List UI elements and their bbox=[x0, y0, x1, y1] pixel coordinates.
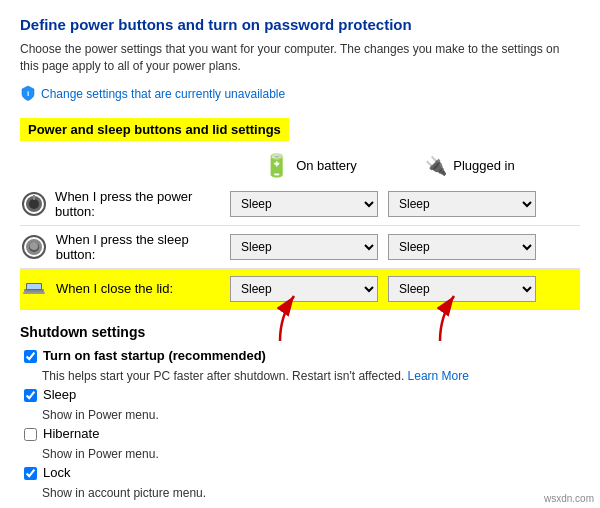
settings-rows: When I press the power button: SleepDo n… bbox=[20, 183, 580, 310]
lid-label: When I close the lid: bbox=[20, 275, 230, 303]
plugged-in-header: 🔌 Plugged in bbox=[390, 155, 550, 177]
power-button-dropdowns: SleepDo nothingHibernateShut downTurn of… bbox=[230, 191, 536, 217]
sleep-label: Sleep bbox=[43, 387, 76, 402]
hibernate-row: Hibernate Show in Power menu. bbox=[20, 426, 580, 461]
svg-rect-10 bbox=[27, 284, 41, 289]
sleep-battery-select[interactable]: SleepDo nothingHibernateShut down bbox=[230, 234, 378, 260]
svg-text:i: i bbox=[27, 89, 29, 98]
power-button-row: When I press the power button: SleepDo n… bbox=[20, 183, 580, 226]
lid-plugged-select[interactable]: SleepDo nothingHibernateShut down bbox=[388, 276, 536, 302]
sleep-button-label: When I press the sleep button: bbox=[20, 232, 230, 262]
lid-row: When I close the lid: SleepDo nothingHib… bbox=[20, 269, 580, 310]
sleep-row: Sleep Show in Power menu. bbox=[20, 387, 580, 422]
change-settings-link[interactable]: i Change settings that are currently una… bbox=[20, 85, 580, 104]
hibernate-sub: Show in Power menu. bbox=[42, 447, 580, 461]
description: Choose the power settings that you want … bbox=[20, 41, 580, 75]
power-plugged-select[interactable]: SleepDo nothingHibernateShut downTurn of… bbox=[388, 191, 536, 217]
columns-header: 🔋 On battery 🔌 Plugged in bbox=[20, 153, 580, 179]
sleep-button-row: When I press the sleep button: SleepDo n… bbox=[20, 226, 580, 269]
shutdown-title: Shutdown settings bbox=[20, 324, 580, 340]
power-icon bbox=[20, 190, 47, 218]
fast-startup-row: Turn on fast startup (recommended) This … bbox=[20, 348, 580, 383]
hibernate-checkbox[interactable] bbox=[24, 428, 37, 441]
power-battery-select[interactable]: SleepDo nothingHibernateShut downTurn of… bbox=[230, 191, 378, 217]
sleep-button-dropdowns: SleepDo nothingHibernateShut down SleepD… bbox=[230, 234, 536, 260]
shutdown-section: Shutdown settings Turn on fast startup (… bbox=[20, 324, 580, 500]
battery-icon: 🔋 bbox=[263, 153, 290, 179]
fast-startup-sub: This helps start your PC faster after sh… bbox=[42, 369, 580, 383]
fast-startup-label: Turn on fast startup (recommended) bbox=[43, 348, 266, 363]
watermark: wsxdn.com bbox=[544, 493, 594, 504]
change-settings-label: Change settings that are currently unava… bbox=[41, 87, 285, 101]
section-header: Power and sleep buttons and lid settings bbox=[20, 118, 289, 141]
svg-rect-11 bbox=[23, 292, 45, 294]
fast-startup-checkbox[interactable] bbox=[24, 350, 37, 363]
sleep-plugged-select[interactable]: SleepDo nothingHibernateShut down bbox=[388, 234, 536, 260]
hibernate-label: Hibernate bbox=[43, 426, 99, 441]
lock-sub: Show in account picture menu. bbox=[42, 486, 580, 500]
lock-label: Lock bbox=[43, 465, 70, 480]
on-battery-header: 🔋 On battery bbox=[230, 153, 390, 179]
lid-battery-select[interactable]: SleepDo nothingHibernateShut down bbox=[230, 276, 378, 302]
lock-checkbox[interactable] bbox=[24, 467, 37, 480]
learn-more-link[interactable]: Learn More bbox=[408, 369, 469, 383]
plug-icon: 🔌 bbox=[425, 155, 447, 177]
power-button-label: When I press the power button: bbox=[20, 189, 230, 219]
sleep-icon bbox=[20, 233, 48, 261]
svg-point-3 bbox=[29, 199, 39, 209]
page-title: Define power buttons and turn on passwor… bbox=[20, 16, 580, 33]
sleep-sub: Show in Power menu. bbox=[42, 408, 580, 422]
shield-icon: i bbox=[20, 85, 36, 104]
lock-row: Lock Show in account picture menu. bbox=[20, 465, 580, 500]
lid-icon bbox=[20, 275, 48, 303]
sleep-checkbox[interactable] bbox=[24, 389, 37, 402]
lid-dropdowns: SleepDo nothingHibernateShut down SleepD… bbox=[230, 276, 536, 302]
